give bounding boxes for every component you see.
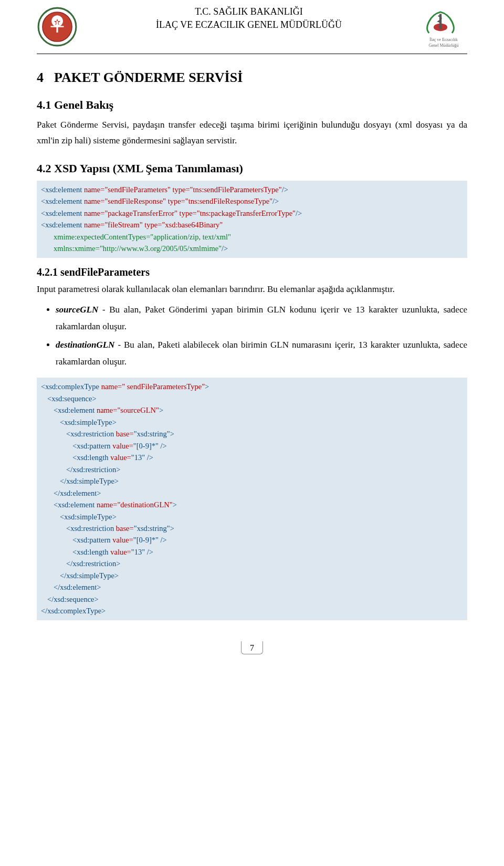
subsection-4-2-1-heading: 4.2.1 sendFileParameters: [37, 266, 467, 278]
section-title: PAKET GÖNDERME SERVİSİ: [54, 70, 243, 85]
page-footer: 7: [37, 641, 467, 654]
page-number: 7: [241, 641, 263, 654]
subsection-4-2-heading: 4.2 XSD Yapısı (XML Şema Tanımlaması): [37, 162, 467, 175]
subsection-4-1-para: Paket Gönderme Servisi, paydaşın transfe…: [37, 117, 467, 149]
parameter-list: sourceGLN - Bu alan, Paket Gönderimi yap…: [37, 301, 467, 370]
logo-caption-1: İlaç ve Eczacılık: [420, 38, 467, 43]
pharmacy-logo-icon: [420, 6, 461, 37]
param-desc: - Bu alan, Paketi alabilecek olan birimi…: [56, 340, 467, 367]
svg-rect-4: [56, 21, 58, 33]
ministry-seal-icon: [37, 6, 78, 47]
section-number: 4: [37, 70, 44, 85]
directorate-logo-block: İlaç ve Eczacılık Genel Müdürlüğü: [420, 6, 467, 48]
subsection-4-2-1-para: Input parametresi olarak kullanılacak ol…: [37, 281, 467, 298]
param-desc: - Bu alan, Paket Gönderimi yapan birimin…: [56, 305, 467, 331]
header-title-block: T.C. SAĞLIK BAKANLIĞI İLAÇ VE ECZACILIK …: [78, 6, 420, 30]
list-item: destinationGLN - Bu alan, Paketi alabile…: [56, 337, 467, 371]
header-line-1: T.C. SAĞLIK BAKANLIĞI: [78, 6, 420, 17]
header-divider: [37, 54, 467, 54]
section-4-heading: 4PAKET GÖNDERME SERVİSİ: [37, 70, 467, 86]
xsd-snippet-1: <xsd:element name="sendFileParameters" t…: [37, 181, 467, 258]
list-item: sourceGLN - Bu alan, Paket Gönderimi yap…: [56, 301, 467, 336]
header-line-2: İLAÇ VE ECZACILIK GENEL MÜDÜRLÜĞÜ: [78, 19, 420, 30]
logo-caption-2: Genel Müdürlüğü: [420, 44, 467, 48]
subsection-4-1-heading: 4.1 Genel Bakış: [37, 98, 467, 112]
param-name-sourcegln: sourceGLN: [56, 305, 98, 315]
param-name-destinationgln: destinationGLN: [56, 340, 114, 350]
xsd-snippet-2: <xsd:complexType name=" sendFileParamete…: [37, 378, 467, 620]
page: T.C. SAĞLIK BAKANLIĞI İLAÇ VE ECZACILIK …: [0, 0, 504, 675]
page-header: T.C. SAĞLIK BAKANLIĞI İLAÇ VE ECZACILIK …: [37, 6, 467, 48]
